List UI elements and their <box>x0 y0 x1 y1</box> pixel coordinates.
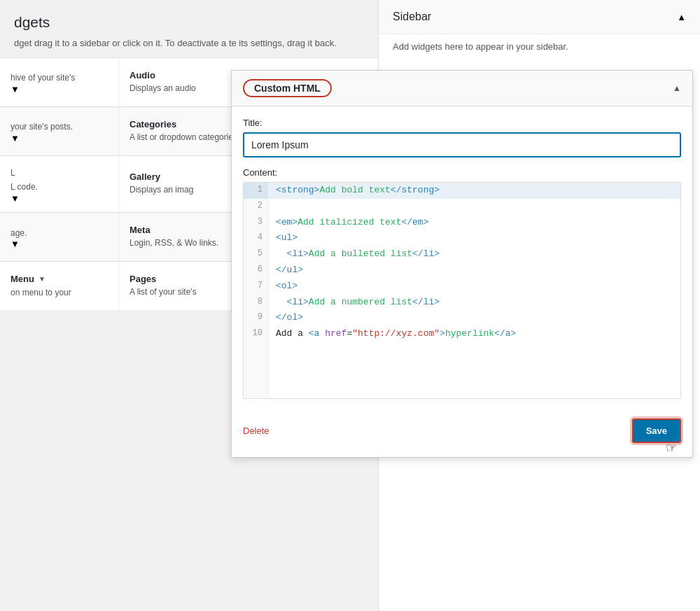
save-button[interactable]: Save <box>632 419 681 443</box>
custom-html-header: Custom HTML ▲ <box>232 71 692 106</box>
widgets-header: dgets <box>0 7 378 36</box>
custom-html-collapse-icon[interactable]: ▲ <box>673 83 681 93</box>
line-num-5: 5 <box>244 246 269 262</box>
widget-left-pages: Menu ▼ on menu to your <box>0 262 119 310</box>
widget-arrow-audio[interactable]: ▼ <box>10 84 20 94</box>
line-num-8: 8 <box>244 295 269 311</box>
widget-left-desc-categories: your site's posts. <box>10 121 73 133</box>
code-line-empty <box>244 342 680 398</box>
line-num-2: 2 <box>244 199 269 215</box>
widget-arrow-meta[interactable]: ▼ <box>10 239 20 249</box>
sidebar-title: Sidebar <box>393 10 431 23</box>
widget-left-desc-audio: hive of your site's <box>10 72 75 84</box>
line-content-8: <li>Add a numbered list</li> <box>269 295 447 311</box>
custom-html-title: Custom HTML <box>243 79 332 97</box>
line-num-4: 4 <box>244 230 269 246</box>
sidebar-collapse-icon[interactable]: ▲ <box>677 12 686 22</box>
line-content-2 <box>269 199 288 215</box>
code-line-1: 1 <strong>Add bold text</strong> <box>244 183 680 199</box>
widget-arrow-gallery[interactable]: ▼ <box>10 193 20 204</box>
line-content-3: <em>Add italicized text</em> <box>269 215 435 231</box>
line-num-7: 7 <box>244 279 269 295</box>
widget-left-prefix-gallery: L <box>10 167 15 179</box>
custom-html-body: Title: Content: 1 <strong>Add bold text<… <box>232 106 692 457</box>
sidebar-header: Sidebar ▲ <box>379 0 700 34</box>
line-content-5: <li>Add a bulleted list</li> <box>269 246 447 262</box>
line-content-9: </ol> <box>269 310 310 326</box>
line-content-6: </ul> <box>269 262 310 279</box>
widget-left-categories: your site's posts. ▼ <box>0 107 119 155</box>
editor-footer: Delete Save ☞ <box>243 410 681 446</box>
line-content-4: <ul> <box>269 230 304 246</box>
widget-left-meta: age. ▼ <box>0 213 119 261</box>
code-line-3: 3 <em>Add italicized text</em> <box>244 215 680 231</box>
widget-left-desc-meta: age. <box>10 227 27 239</box>
code-line-5: 5 <li>Add a bulleted list</li> <box>244 246 680 262</box>
widget-left-gallery: L L code. ▼ <box>0 156 119 213</box>
widget-arrow-categories[interactable]: ▼ <box>10 133 20 143</box>
line-content-1: <strong>Add bold text</strong> <box>269 183 447 199</box>
code-line-9: 9 </ol> <box>244 310 680 326</box>
line-content-10: Add a <a href="http://xyz.com">hyperlink… <box>269 326 523 342</box>
line-num-empty <box>244 342 269 398</box>
code-line-7: 7 <ol> <box>244 279 680 295</box>
widget-arrow-nav[interactable]: ▼ <box>38 275 46 283</box>
code-line-2: 2 <box>244 199 680 215</box>
widget-left-desc-gallery: L code. <box>10 181 38 193</box>
title-label: Title: <box>243 118 681 128</box>
widgets-description: dget drag it to a sidebar or click on it… <box>0 36 378 57</box>
widget-left-audio: hive of your site's ▼ <box>0 58 119 106</box>
save-button-wrap: Save ☞ <box>632 419 681 443</box>
line-content-7: <ol> <box>269 279 304 295</box>
code-line-8: 8 <li>Add a numbered list</li> <box>244 295 680 311</box>
code-lines: 1 <strong>Add bold text</strong> 2 3 <em… <box>244 183 680 398</box>
line-num-3: 3 <box>244 215 269 231</box>
code-line-10: 10 Add a <a href="http://xyz.com">hyperl… <box>244 326 680 342</box>
line-content-empty <box>269 342 283 398</box>
widgets-title: dgets <box>14 14 364 31</box>
delete-link[interactable]: Delete <box>243 426 270 436</box>
custom-html-panel: Custom HTML ▲ Title: Content: 1 <strong>… <box>231 70 693 458</box>
line-num-10: 10 <box>244 326 269 342</box>
widget-left-desc-pages: on menu to your <box>10 287 71 299</box>
widget-name-nav: Menu ▼ <box>10 274 46 284</box>
code-editor[interactable]: 1 <strong>Add bold text</strong> 2 3 <em… <box>243 182 681 399</box>
line-num-1: 1 <box>244 183 269 199</box>
title-input[interactable] <box>243 132 681 157</box>
line-num-6: 6 <box>244 262 269 279</box>
code-line-4: 4 <ul> <box>244 230 680 246</box>
code-line-6: 6 </ul> <box>244 262 680 279</box>
sidebar-description: Add widgets here to appear in your sideb… <box>379 34 700 59</box>
content-label: Content: <box>243 167 681 178</box>
line-num-9: 9 <box>244 310 269 326</box>
